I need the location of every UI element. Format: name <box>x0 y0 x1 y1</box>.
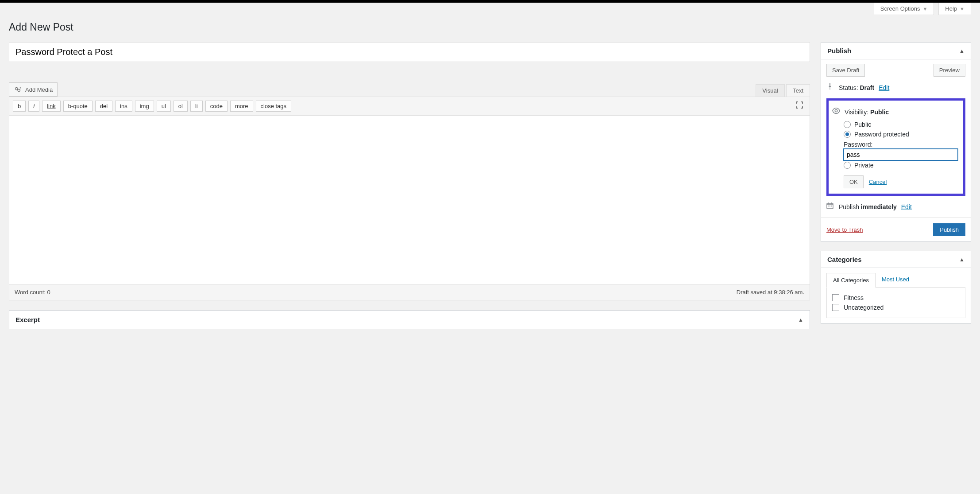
categories-box-header[interactable]: Categories ▲ <box>821 251 971 268</box>
qt-ul-button[interactable]: ul <box>157 101 171 112</box>
svg-rect-4 <box>828 206 829 206</box>
categories-box: Categories ▲ All Categories Most Used Fi… <box>821 251 971 324</box>
radio-label: Password protected <box>854 131 909 138</box>
chevron-down-icon: ▼ <box>922 6 927 12</box>
qt-code-button[interactable]: code <box>205 101 228 112</box>
visibility-option-password[interactable]: Password protected <box>831 129 961 139</box>
checkbox-icon <box>832 304 839 311</box>
qt-img-button[interactable]: img <box>135 101 154 112</box>
visibility-ok-button[interactable]: OK <box>844 175 864 188</box>
screen-options-label: Screen Options <box>880 5 920 12</box>
word-count-label: Word count: 0 <box>15 289 50 296</box>
move-to-trash-link[interactable]: Move to Trash <box>826 226 863 233</box>
add-media-label: Add Media <box>25 86 53 93</box>
preview-button[interactable]: Preview <box>934 64 965 77</box>
radio-icon <box>844 162 851 169</box>
help-label: Help <box>945 5 957 12</box>
schedule-edit-link[interactable]: Edit <box>901 203 912 210</box>
password-label: Password: <box>831 139 961 149</box>
excerpt-box-header[interactable]: Excerpt ▲ <box>9 310 810 329</box>
radio-icon <box>844 131 851 138</box>
chevron-up-icon: ▲ <box>959 48 965 54</box>
qt-close-button[interactable]: close tags <box>256 101 292 112</box>
calendar-icon <box>826 202 834 211</box>
qt-link-button[interactable]: link <box>42 101 61 112</box>
svg-rect-5 <box>830 206 830 206</box>
svg-point-0 <box>15 88 18 90</box>
checkbox-icon <box>832 294 839 301</box>
screen-options-button[interactable]: Screen Options ▼ <box>874 3 934 15</box>
qt-bold-button[interactable]: b <box>13 101 26 112</box>
publish-button[interactable]: Publish <box>933 223 965 236</box>
svg-point-2 <box>835 109 837 112</box>
qt-del-button[interactable]: del <box>95 101 112 112</box>
post-content-textarea[interactable] <box>9 116 810 284</box>
page-title: Add New Post <box>9 19 971 37</box>
status-edit-link[interactable]: Edit <box>879 84 889 91</box>
chevron-down-icon: ▼ <box>960 6 965 12</box>
tab-all-categories[interactable]: All Categories <box>826 273 876 288</box>
status-label: Status: Draft <box>839 84 874 91</box>
category-label: Fitness <box>844 294 864 301</box>
radio-label: Public <box>854 121 871 128</box>
visibility-highlight: Visibility: Public Public Password prote… <box>826 98 965 196</box>
visibility-option-public[interactable]: Public <box>831 120 961 129</box>
category-label: Uncategorized <box>844 304 884 311</box>
tab-text[interactable]: Text <box>786 84 810 97</box>
save-draft-button[interactable]: Save Draft <box>826 64 865 77</box>
media-icon <box>14 86 22 93</box>
excerpt-title: Excerpt <box>15 316 40 323</box>
visibility-option-private[interactable]: Private <box>831 160 961 170</box>
chevron-up-icon: ▲ <box>959 257 965 263</box>
pin-icon <box>826 83 834 92</box>
tab-visual[interactable]: Visual <box>756 84 784 97</box>
qt-bquote-button[interactable]: b-quote <box>63 101 93 112</box>
qt-italic-button[interactable]: i <box>28 101 39 112</box>
category-item[interactable]: Fitness <box>832 293 960 303</box>
help-button[interactable]: Help ▼ <box>938 3 971 15</box>
categories-title: Categories <box>827 256 862 263</box>
qt-more-button[interactable]: more <box>230 101 253 112</box>
tab-most-used[interactable]: Most Used <box>876 272 915 287</box>
svg-rect-6 <box>831 206 832 206</box>
svg-point-1 <box>18 89 20 91</box>
qt-ins-button[interactable]: ins <box>115 101 132 112</box>
radio-label: Private <box>854 162 874 169</box>
publish-title: Publish <box>827 47 851 54</box>
draft-saved-label: Draft saved at 9:38:26 am. <box>737 289 804 296</box>
eye-icon <box>832 107 840 117</box>
visibility-cancel-link[interactable]: Cancel <box>869 179 887 185</box>
qt-ol-button[interactable]: ol <box>174 101 188 112</box>
radio-icon <box>844 121 851 128</box>
post-title-input[interactable] <box>9 42 810 62</box>
qt-li-button[interactable]: li <box>190 101 203 112</box>
publish-box: Publish ▲ Save Draft Preview Status: <box>821 42 971 242</box>
add-media-button[interactable]: Add Media <box>9 82 58 97</box>
editor-container: b i link b-quote del ins img ul ol li co… <box>9 97 810 284</box>
password-input[interactable] <box>844 149 958 160</box>
publish-schedule-label: Publish immediately <box>839 203 897 210</box>
category-item[interactable]: Uncategorized <box>832 303 960 312</box>
publish-box-header[interactable]: Publish ▲ <box>821 43 971 59</box>
visibility-label: Visibility: Public <box>845 109 889 116</box>
fullscreen-icon[interactable] <box>795 101 806 111</box>
chevron-up-icon: ▲ <box>798 317 803 323</box>
